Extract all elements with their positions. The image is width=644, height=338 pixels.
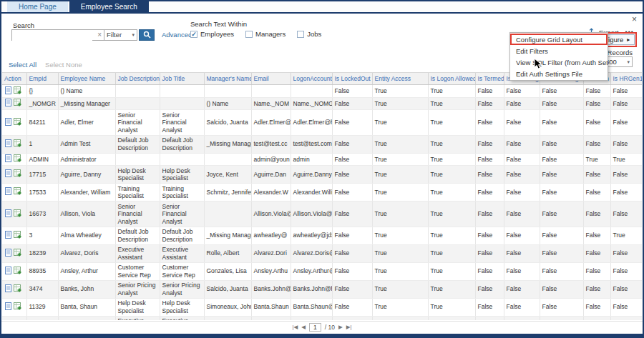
table-row[interactable]: 88935Ansley, ArthurCustomer Service RepC… <box>2 262 642 280</box>
table-cell-is-direct-mgr: False <box>504 153 540 166</box>
open-record-icon[interactable] <box>4 187 12 197</box>
menu-item-edit-filters[interactable]: Edit Filters <box>510 45 608 56</box>
select-all-link[interactable]: Select All <box>9 61 36 69</box>
first-page-button[interactable]: |◀ <box>293 324 298 330</box>
row-actions <box>2 85 26 98</box>
grid-plus-icon[interactable] <box>14 187 21 197</box>
search-button[interactable] <box>139 29 155 41</box>
table-cell-manager-s-name: Rolle, Albert <box>204 244 251 262</box>
prev-page-button[interactable]: ◀ <box>301 324 306 330</box>
column-header-is-termed[interactable]: Is Termed <box>475 73 504 85</box>
table-row[interactable]: 3Alma WheatleyDefault Job DescriptionDef… <box>2 227 642 244</box>
table-cell-is-termed: False <box>475 166 504 184</box>
clear-search-icon[interactable]: × <box>97 31 102 39</box>
grid-plus-icon[interactable] <box>14 284 21 294</box>
column-header-is-logon-allowed[interactable]: Is Logon Allowed <box>428 73 475 85</box>
open-record-icon[interactable] <box>4 249 12 259</box>
last-page-button[interactable]: ▶| <box>346 324 352 330</box>
grid-plus-icon[interactable] <box>14 169 21 179</box>
grid-plus-icon[interactable] <box>14 139 21 149</box>
table-cell-logonaccount: Aguirre.Danny@h <box>291 166 332 184</box>
search-input[interactable]: × <box>11 29 104 41</box>
table-cell-is-hrgen1: False <box>610 110 642 136</box>
table-row[interactable]: 1Admin TestDefault Job DescriptionDefaul… <box>2 135 642 153</box>
table-cell-empid: ADMIN <box>26 153 58 166</box>
open-record-icon[interactable] <box>4 154 12 164</box>
table-cell-is-hrgen1: False <box>610 135 642 153</box>
table-cell-email: Banta.Shaun <box>251 298 291 316</box>
filter-dropdown[interactable]: Filter ▾ <box>104 29 137 41</box>
search-text-field[interactable] <box>12 32 92 42</box>
checkbox-jobs[interactable]: Jobs <box>297 30 321 38</box>
table-cell-employee-name: Banta, Shaun <box>58 298 115 316</box>
table-row[interactable]: ADMINAdministratoradmin@younadminFalseTr… <box>2 153 642 166</box>
open-record-icon[interactable] <box>4 169 12 179</box>
table-cell-is-direct-mgr: False <box>504 244 540 262</box>
grid-plus-icon[interactable] <box>14 249 21 259</box>
open-record-icon[interactable] <box>4 86 12 96</box>
open-record-icon[interactable] <box>4 302 12 312</box>
column-header-job-description[interactable]: Job Description <box>115 73 160 85</box>
table-cell-is-hrgen1: False <box>610 85 642 98</box>
table-cell-is-indirect-mgr: False <box>540 202 583 227</box>
column-header-is-lockedout[interactable]: Is LockedOut <box>332 73 372 85</box>
table-row[interactable]: 17715Aguirre, DannyHelp Desk SpecialistH… <box>2 166 642 184</box>
open-record-icon[interactable] <box>4 231 12 241</box>
open-record-icon[interactable] <box>4 139 12 149</box>
table-cell-is-termed: False <box>475 97 504 110</box>
open-record-icon[interactable] <box>4 267 12 277</box>
checkbox-managers[interactable]: Managers <box>245 30 286 38</box>
table-row[interactable]: {}() NameFalseTrueTrueFalseFalseFalseFal… <box>2 85 642 98</box>
advanced-link[interactable]: Advanced <box>162 31 192 39</box>
grid-plus-icon[interactable] <box>14 99 21 109</box>
column-header-empid[interactable]: EmpId <box>26 73 58 85</box>
column-header-job-title[interactable]: Job Title <box>160 73 204 85</box>
table-row[interactable]: 17840Barreras, BradleyExecutive Assistan… <box>2 316 642 320</box>
open-record-icon[interactable] <box>4 118 12 128</box>
menu-item-configure-grid-layout[interactable]: Configure Grid Layout <box>510 34 608 45</box>
table-cell-job-description <box>115 97 160 110</box>
column-header-entity-access[interactable]: Entity Access <box>372 73 428 85</box>
checkbox-employees[interactable]: ✓ Employees <box>190 30 234 38</box>
current-page-box[interactable]: 1 <box>309 323 321 332</box>
column-header-email[interactable]: Email <box>251 73 291 85</box>
table-cell-is-lockedout: False <box>332 298 372 316</box>
column-header-employee-name[interactable]: Employee Name <box>58 73 115 85</box>
tab-home-page[interactable]: Home Page <box>7 1 68 12</box>
open-record-icon[interactable] <box>4 209 12 219</box>
column-header-action[interactable]: Action <box>2 73 26 85</box>
table-cell-job-description: Senior Financial Analyst <box>115 202 160 227</box>
table-row[interactable]: 18239Alvarez, DorisExecutive AssistantEx… <box>2 244 642 262</box>
table-row[interactable]: 3474Banks, JohnSenior Pricing AnalystSen… <box>2 280 642 298</box>
close-icon[interactable]: × <box>632 15 637 24</box>
table-cell-is-logon-allowed: True <box>428 244 475 262</box>
grid-plus-icon[interactable] <box>14 302 21 312</box>
table-cell-is-termed: False <box>475 153 504 166</box>
table-row[interactable]: 84211Adler, ElmerSenior Financial Analys… <box>2 110 642 136</box>
table-cell-job-title: Help Desk Specialist <box>160 298 204 316</box>
column-header-logonaccount[interactable]: LogonAccount <box>291 73 332 85</box>
menu-item-edit-auth-settings-file[interactable]: Edit Auth Settings File <box>510 68 608 79</box>
grid-plus-icon[interactable] <box>14 231 21 241</box>
grid-plus-icon[interactable] <box>14 86 21 96</box>
menu-item-view-sql-filter[interactable]: View SQL Filter (from Auth Settings) <box>510 56 608 68</box>
table-row[interactable]: 17533Alexander, WilliamTraining Speciali… <box>2 184 642 202</box>
table-cell-is-lockedout: False <box>332 153 372 166</box>
grid-plus-icon[interactable] <box>14 154 21 164</box>
grid-plus-icon[interactable] <box>14 267 21 277</box>
table-cell-empid: 17840 <box>26 316 58 320</box>
table-cell-entity-access: True <box>372 316 428 320</box>
table-row[interactable]: _NOMGR_Missing Manager() NameName._NOMNa… <box>2 97 642 110</box>
table-row[interactable]: 16673Allison, ViolaSenior Financial Anal… <box>2 202 642 227</box>
employee-search-panel: × Search × Filter ▾ Advanced Search Text… <box>1 14 643 332</box>
next-page-button[interactable]: ▶ <box>338 324 343 330</box>
table-row[interactable]: 11329Banta, ShaunHelp Desk SpecialistHel… <box>2 298 642 316</box>
open-record-icon[interactable] <box>4 284 12 294</box>
row-actions <box>2 227 26 244</box>
tab-employee-search[interactable]: Employee Search <box>69 1 149 12</box>
column-header-manager-s-name[interactable]: Manager's Name <box>204 73 251 85</box>
grid-plus-icon[interactable] <box>14 118 21 128</box>
column-header-is-hrgen1[interactable]: Is HRGen1 <box>610 73 642 85</box>
open-record-icon[interactable] <box>4 99 12 109</box>
grid-plus-icon[interactable] <box>14 209 21 219</box>
